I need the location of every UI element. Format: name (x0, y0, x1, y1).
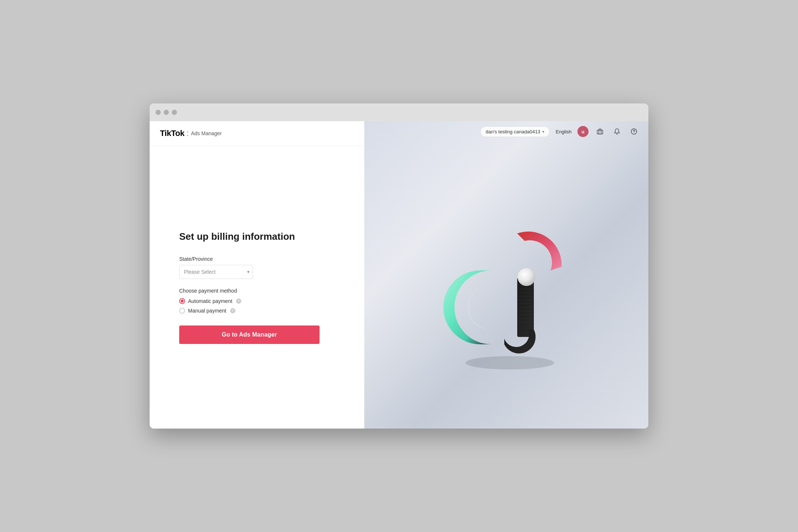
app-header: TikTok : Ads Manager (150, 121, 364, 146)
payment-method-section: Choose payment method Automatic payment … (179, 288, 320, 314)
state-field-group: State/Province Please Select ▾ (179, 256, 320, 279)
account-selector[interactable]: dan's testing canada0413 ▾ (480, 126, 550, 137)
automatic-payment-radio[interactable] (179, 298, 185, 304)
minimize-button[interactable] (164, 110, 169, 115)
logo: TikTok : Ads Manager (160, 129, 222, 138)
automatic-payment-label: Automatic payment (188, 298, 232, 304)
avatar: u (577, 126, 589, 137)
close-button[interactable] (156, 110, 161, 115)
right-topbar: dan's testing canada0413 ▾ English u (364, 121, 649, 142)
logo-separator: : (187, 129, 189, 138)
automatic-payment-info-icon[interactable]: ? (236, 299, 241, 304)
fullscreen-button[interactable] (172, 110, 177, 115)
manual-payment-label: Manual payment (188, 308, 226, 314)
manual-payment-info-icon[interactable]: ? (230, 308, 235, 313)
state-select-wrapper: Please Select ▾ (179, 265, 253, 279)
svg-rect-0 (597, 130, 603, 134)
tiktok-art-svg (436, 197, 576, 374)
manual-payment-option[interactable]: Manual payment ? (179, 308, 320, 314)
state-label: State/Province (179, 256, 320, 262)
c-cutout (467, 285, 491, 330)
form-title: Set up billing information (179, 231, 320, 243)
form-inner: Set up billing information State/Provinc… (179, 231, 320, 344)
manual-payment-radio[interactable] (179, 308, 185, 314)
titlebar (150, 103, 648, 121)
state-select[interactable]: Please Select (179, 265, 253, 279)
logo-ads-text: Ads Manager (191, 130, 222, 136)
app-window: TikTok : Ads Manager Set up billing info… (150, 103, 648, 429)
form-area: Set up billing information State/Provinc… (150, 146, 364, 429)
help-icon[interactable] (628, 126, 640, 137)
account-name: dan's testing canada0413 (486, 129, 540, 134)
white-ball (518, 268, 535, 286)
account-chevron-icon: ▾ (542, 130, 544, 134)
go-to-ads-manager-button[interactable]: Go to Ads Manager (179, 325, 320, 344)
bell-icon[interactable] (611, 126, 623, 137)
left-panel: TikTok : Ads Manager Set up billing info… (150, 121, 364, 429)
radio-dot (181, 300, 184, 303)
automatic-payment-option[interactable]: Automatic payment ? (179, 298, 320, 304)
traffic-lights (156, 110, 177, 115)
language-selector[interactable]: English (556, 129, 572, 134)
logo-tiktok-text: TikTok (160, 129, 184, 138)
red-arc (517, 232, 562, 270)
right-panel: dan's testing canada0413 ▾ English u (364, 121, 649, 429)
floor-shadow (466, 356, 554, 369)
art-container (364, 142, 649, 429)
payment-method-label: Choose payment method (179, 288, 320, 294)
briefcase-icon[interactable] (594, 126, 606, 137)
content-area: TikTok : Ads Manager Set up billing info… (150, 121, 648, 429)
